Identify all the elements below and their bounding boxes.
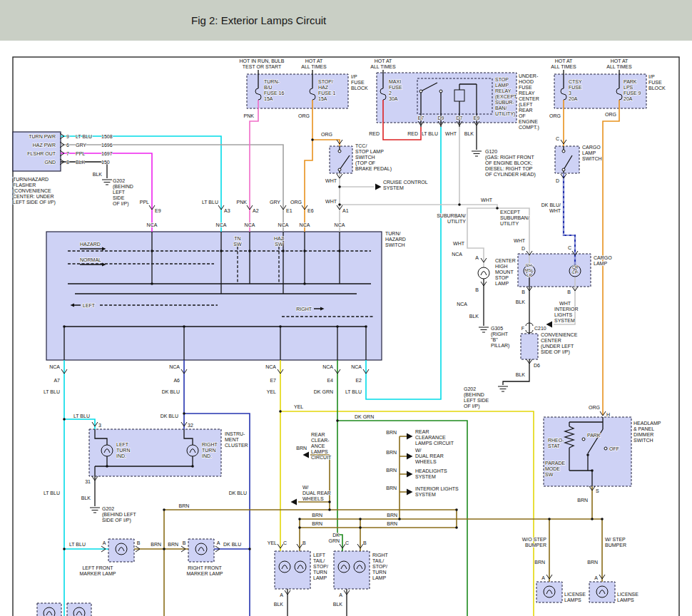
- switch-position-label: PARK: [587, 433, 601, 438]
- wire-color-label: NCA: [457, 302, 467, 307]
- variant-label: W/O STEPBUMPER: [522, 537, 547, 548]
- component-label: LEFTTAIL/STOP/TURNLAMP: [313, 553, 328, 580]
- circuit-label: 1697: [101, 151, 113, 156]
- pin-label: C: [345, 540, 349, 545]
- flasher-row-label: TURN PWR: [29, 134, 56, 139]
- arrow-right-icon: [407, 489, 413, 496]
- pin-label: A: [475, 255, 479, 260]
- wire-color-label: GRY: [76, 143, 86, 148]
- block-label: UNDER-HOODFUSERELAYCENTER(LEFTREAROFENGI…: [519, 73, 539, 130]
- pin-label: C: [556, 136, 559, 141]
- system-ref-label: W/DUAL REARWHEELS: [302, 485, 331, 501]
- wire-color-label: PPL: [140, 200, 149, 205]
- wire-color-label: ORG: [549, 113, 561, 118]
- block-label: I/PFUSEBLOCK: [351, 74, 368, 91]
- wire-color-label: DK BLU/WHT: [541, 202, 561, 213]
- switch-label: RIGHT: [296, 307, 312, 312]
- wire-color-label: BRN: [386, 450, 397, 455]
- wire-color-label: LT BLU: [202, 200, 218, 205]
- left-marker-lamp-box: [108, 539, 134, 562]
- wire-color-label: GRY: [270, 200, 280, 205]
- pin-label: C: [283, 540, 287, 545]
- pin-label: E4: [327, 378, 333, 383]
- system-ref-label: W/DUAL REARWHEELS: [415, 448, 444, 464]
- wire-color-label: BLK: [274, 602, 284, 607]
- wire-color-label: NCA: [265, 364, 276, 369]
- wire-color-label: LT BLU: [345, 389, 362, 394]
- wire-color-label: LT BLU: [44, 491, 60, 496]
- wire-color-label: PPL: [76, 151, 85, 156]
- wire-color-label: BRN: [587, 560, 598, 565]
- wire-color-label: PNK: [244, 113, 255, 118]
- wire-color-label: BLK: [469, 314, 479, 319]
- license-lamp-box-2: [589, 582, 615, 602]
- arrow-left-icon: [291, 499, 297, 505]
- arrow-left-icon: [303, 452, 310, 458]
- pin-label: 8: [66, 160, 69, 165]
- pin-label: A: [280, 592, 283, 597]
- power-label: HOT ATALL TIMES: [301, 58, 327, 69]
- component-label: CARGOLAMPSWITCH: [582, 145, 602, 161]
- pin-label: E9: [474, 115, 480, 120]
- license-lamp-box-1: [536, 582, 562, 602]
- connector-label: C210: [534, 326, 546, 331]
- lamp-icon: [478, 267, 489, 279]
- wire-color-label: WHT: [325, 199, 337, 204]
- wire-color-label: BRN: [386, 468, 397, 473]
- pin-label: B: [521, 289, 525, 294]
- pin-label: D: [556, 178, 559, 183]
- component-label: LICENSELAMPS: [617, 592, 638, 602]
- pin-label: S: [596, 488, 599, 493]
- pin-label: 31: [85, 479, 91, 484]
- wire-color-label: BRN: [386, 430, 397, 435]
- wire-color-label: BRN: [577, 498, 588, 503]
- wire-color-label: NCA: [245, 222, 255, 227]
- lamp-label: CRLP: [572, 265, 579, 274]
- pin-label: F: [521, 326, 524, 331]
- pin-label: A6: [173, 378, 180, 383]
- pin-label: E2: [355, 378, 362, 383]
- arrow-right-icon: [407, 471, 413, 478]
- wire-color-label: NCA: [147, 222, 158, 227]
- flasher-row-label: HAZ PWR: [33, 143, 56, 148]
- arrow-left-icon: [546, 322, 553, 328]
- pin-label: D9: [438, 115, 444, 120]
- clipped-lamp-box-1: [37, 603, 61, 616]
- wire-color-label: BRN: [386, 486, 397, 491]
- wire-color-label: ORG: [321, 132, 332, 137]
- pin-label: 7: [66, 151, 69, 156]
- pin-label: E7: [270, 378, 276, 383]
- wire-color-label: LT BLU: [422, 131, 438, 136]
- flasher-row-label: GND: [44, 160, 56, 165]
- wire-color-label: DK BLU: [229, 491, 247, 496]
- pin-label: A: [103, 540, 106, 545]
- pin-label: A1: [342, 208, 349, 213]
- ground-icon: [472, 151, 482, 156]
- pin-label: D6: [534, 363, 540, 368]
- system-ref-label: REARCLEARANCELAMPS CIRCUIT: [415, 429, 454, 446]
- wire-color-label: BLK: [464, 131, 474, 136]
- wire-color-label: NCA: [49, 364, 60, 369]
- power-label: HOT IN RUN, BULBTEST OR START: [240, 58, 285, 69]
- ground-icon: [90, 508, 100, 513]
- system-ref-label: INTERIOR LIGHTSSYSTEM: [415, 486, 459, 497]
- switch-position-label: OFF: [609, 446, 619, 451]
- pin-label: A: [339, 592, 342, 597]
- variant-label: W/ STEPBUMPER: [605, 537, 626, 548]
- component-label: CONVENIENCECENTER(UNDER LEFTSIDE OF I/P): [541, 332, 578, 355]
- right-marker-lamp-box: [188, 539, 214, 562]
- wire-color-label: DK GRN: [314, 389, 333, 394]
- wire-color-label: BRN: [387, 513, 397, 518]
- wire-color-label: DK BLU: [161, 414, 178, 419]
- wire-color-label: BRN: [534, 560, 545, 565]
- pin-label: 32: [188, 423, 193, 428]
- pin-label: E6: [307, 208, 314, 213]
- component-label: CARGOLAMP: [594, 255, 612, 266]
- pin-label: B: [302, 540, 306, 545]
- wire-color-label: WHT: [325, 178, 337, 183]
- ground-label: G202(BEHIND LEFTSIDE OF I/P): [102, 506, 137, 523]
- wire-color-label: RED: [369, 131, 380, 136]
- wire-color-label: WHT: [453, 241, 465, 246]
- circuit-label: 1508: [101, 134, 113, 139]
- wire-color-label: RED: [407, 131, 418, 136]
